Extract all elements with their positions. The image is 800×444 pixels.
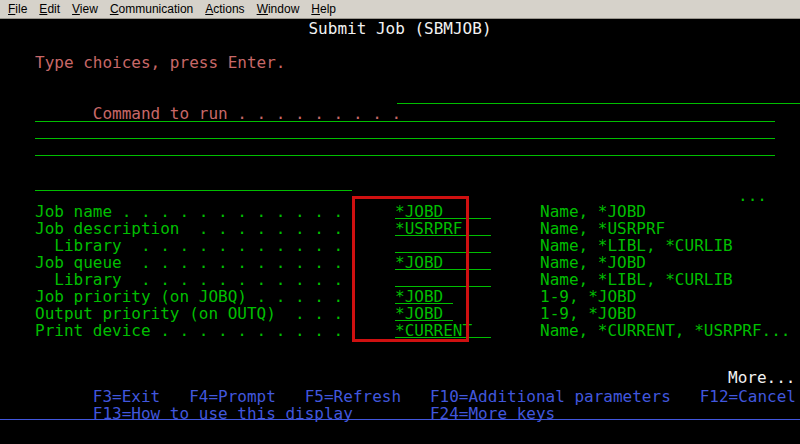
param-hint-print-device: Name, *CURRENT, *USRPRF... bbox=[540, 322, 790, 339]
menu-bar: FileEditViewCommunicationActionsWindowHe… bbox=[0, 0, 800, 19]
param-hint-job-queue: Name, *JOBD bbox=[540, 254, 646, 271]
command-more-ellipsis: ... bbox=[738, 187, 767, 204]
more-row: More... bbox=[35, 352, 93, 369]
menu-item-help[interactable]: Help bbox=[305, 1, 342, 17]
param-hint-job-priority: 1-9, *JOBD bbox=[540, 288, 636, 305]
param-hint-job-description-library: Name, *LIBL, *CURLIB bbox=[540, 237, 733, 254]
menu-item-view[interactable]: View bbox=[66, 1, 104, 17]
param-hint-job-queue-library: Name, *LIBL, *CURLIB bbox=[540, 271, 733, 288]
param-row-job-priority: Job priority (on JOBQ) . . . . .*JOBD1-9… bbox=[35, 288, 343, 305]
command-continuation-line[interactable] bbox=[35, 138, 775, 139]
emulator-window: FileEditViewCommunicationActionsWindowHe… bbox=[0, 0, 800, 444]
param-row-job-queue: Job queue . . . . . . . . . . .*JOBDName… bbox=[35, 254, 343, 271]
command-continuation-line-partial[interactable] bbox=[35, 190, 352, 191]
param-hint-job-name: Name, *JOBD bbox=[540, 203, 646, 220]
menu-item-communication[interactable]: Communication bbox=[104, 1, 199, 17]
param-row-print-device: Print device . . . . . . . . . .*CURRENT… bbox=[35, 322, 343, 339]
param-label-print-device: Print device . . . . . . . . . . bbox=[35, 321, 343, 340]
annotation-red-box bbox=[352, 196, 469, 342]
param-hint-output-priority: 1-9, *JOBD bbox=[540, 305, 636, 322]
param-row-job-name: Job name . . . . . . . . . . . .*JOBDNam… bbox=[35, 203, 343, 220]
fkeys-line2[interactable]: F13=How to use this display F24=More key… bbox=[93, 404, 555, 423]
screen-title: Submit Job (SBMJOB) bbox=[0, 20, 800, 37]
command-row: Command to run . . . . . . . . . bbox=[35, 88, 401, 105]
menu-item-file[interactable]: File bbox=[2, 1, 33, 17]
oia-row: MA*+ A 05/037 bbox=[0, 426, 800, 443]
param-row-output-priority: Output priority (on OUTQ) . . .*JOBD1-9,… bbox=[35, 305, 343, 322]
ellipsis-row: ... bbox=[35, 170, 93, 187]
param-hint-job-description: Name, *USRPRF bbox=[540, 220, 665, 237]
param-row-job-queue-library: Library . . . . . . . . . . .Name, *LIBL… bbox=[35, 271, 343, 288]
param-row-job-description: Job description . . . . . . . .*USRPRFNa… bbox=[35, 220, 343, 237]
command-continuation-line[interactable] bbox=[35, 155, 775, 156]
command-continuation-line[interactable] bbox=[35, 121, 775, 122]
oia-separator bbox=[0, 419, 800, 420]
instruction-text: Type choices, press Enter. bbox=[35, 54, 285, 71]
fkeys-row-2: F13=How to use this display F24=More key… bbox=[35, 388, 555, 405]
terminal-screen: Submit Job (SBMJOB) Type choices, press … bbox=[0, 0, 800, 444]
fkeys-row-1: F3=Exit F4=Prompt F5=Refresh F10=Additio… bbox=[35, 371, 796, 388]
menu-item-edit[interactable]: Edit bbox=[33, 1, 66, 17]
menu-item-window[interactable]: Window bbox=[251, 1, 306, 17]
menu-item-actions[interactable]: Actions bbox=[199, 1, 250, 17]
param-row-job-description-library: Library . . . . . . . . . . .Name, *LIBL… bbox=[35, 237, 343, 254]
command-input[interactable] bbox=[397, 88, 800, 104]
